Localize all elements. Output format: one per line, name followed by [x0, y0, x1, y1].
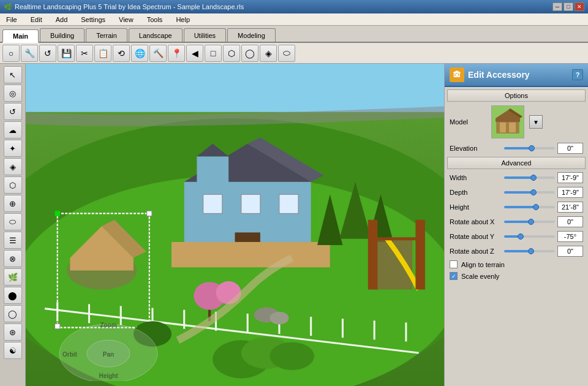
sidebar-btn-ring[interactable]: ◯	[4, 305, 22, 322]
tab-modeling[interactable]: Modeling	[227, 28, 276, 42]
depth-row: Depth 17'-9"	[445, 185, 588, 200]
tab-utilities[interactable]: Utilities	[184, 28, 226, 42]
toolbar-btn-hex[interactable]: ⬡	[223, 45, 240, 62]
toolbar-btn-circle[interactable]: ◯	[241, 45, 258, 62]
titlebar: 🌿 Realtime Landscaping Plus 5 Trial by I…	[0, 0, 588, 13]
viewport[interactable]: Zoom Orbit Pan Height	[26, 64, 444, 386]
depth-slider[interactable]	[504, 191, 555, 194]
tab-terrain[interactable]: Terrain	[86, 28, 127, 42]
panel-header: 🏚 Edit Accessory ?	[445, 64, 588, 87]
sidebar-btn-list[interactable]: ☰	[4, 232, 22, 249]
sidebar-btn-yin[interactable]: ☯	[4, 342, 22, 359]
minimize-button[interactable]: ─	[552, 2, 562, 11]
elevation-row: Elevation 0"	[445, 141, 588, 156]
toolbar-btn-cut[interactable]: ✂	[76, 45, 93, 62]
menu-view[interactable]: View	[115, 15, 137, 25]
svg-rect-31	[147, 211, 152, 216]
height-value[interactable]: 21'-8"	[557, 202, 583, 213]
sidebar-btn-cloud[interactable]: ☁	[4, 121, 22, 138]
toolbar-btn-hammer[interactable]: 🔨	[149, 45, 167, 62]
depth-value[interactable]: 17'-9"	[557, 187, 583, 198]
rotate-y-slider[interactable]	[504, 235, 555, 238]
tab-landscape[interactable]: Landscape	[129, 28, 183, 42]
tab-main[interactable]: Main	[2, 29, 39, 43]
svg-rect-12	[172, 242, 330, 267]
svg-rect-9	[241, 194, 260, 213]
elevation-value[interactable]: 0"	[557, 143, 583, 154]
sidebar-btn-rotate[interactable]: ↺	[4, 103, 22, 120]
advanced-label: Advanced	[447, 157, 586, 169]
rotate-x-value[interactable]: 0"	[557, 216, 583, 227]
scale-evenly-row: ✓ Scale evenly	[445, 270, 588, 282]
maximize-button[interactable]: □	[564, 2, 573, 11]
rotate-y-label: Rotate about Y	[450, 233, 502, 240]
height-slider-thumb	[533, 204, 539, 210]
right-panel: 🏚 Edit Accessory ? Options Model	[444, 64, 588, 386]
sidebar-btn-target[interactable]: ◎	[4, 85, 22, 102]
menu-help[interactable]: Help	[172, 15, 194, 25]
rotate-z-slider-thumb	[528, 248, 534, 254]
help-button[interactable]: ?	[572, 69, 583, 80]
sidebar-btn-cross[interactable]: ⊗	[4, 250, 22, 267]
sidebar-btn-dot[interactable]: ⬤	[4, 287, 22, 304]
sidebar-btn-star[interactable]: ✦	[4, 140, 22, 157]
elevation-label: Elevation	[450, 145, 502, 152]
rotate-y-value[interactable]: -75°	[557, 231, 583, 242]
elevation-slider[interactable]	[504, 147, 555, 149]
toolbar-btn-undo[interactable]: ⟲	[113, 45, 130, 62]
toolbar-btn-diamond[interactable]: ◈	[260, 45, 277, 62]
rotate-x-slider-thumb	[528, 219, 534, 225]
toolbar-btn-3[interactable]: ↺	[39, 45, 56, 62]
toolbar-btn-pin[interactable]: 📍	[168, 45, 185, 62]
panel-icon: 🏚	[450, 67, 464, 82]
menu-tools[interactable]: Tools	[143, 15, 167, 25]
width-slider[interactable]	[504, 176, 555, 179]
model-label: Model	[450, 118, 486, 126]
left-sidebar: ↖ ◎ ↺ ☁ ✦ ◈ ⬡ ⊕ ⬭ ☰ ⊗ 🌿 ⬤ ◯ ⊛ ☯	[0, 64, 26, 386]
svg-point-49	[270, 312, 288, 325]
app-icon: 🌿	[4, 3, 12, 11]
menu-add[interactable]: Add	[52, 15, 72, 25]
toolbar-btn-ellipse[interactable]: ⬭	[278, 45, 295, 62]
toolbar-btn-1[interactable]: ○	[2, 45, 20, 62]
rotate-z-row: Rotate about Z 0"	[445, 244, 588, 259]
height-label: Height	[450, 203, 502, 211]
rotate-y-row: Rotate about Y -75°	[445, 229, 588, 244]
sidebar-btn-ellipse[interactable]: ⬭	[4, 213, 22, 230]
sidebar-btn-diamond[interactable]: ◈	[4, 158, 22, 175]
rotate-x-slider[interactable]	[504, 221, 555, 223]
rotate-z-label: Rotate about Z	[450, 248, 502, 255]
toolbar-btn-globe[interactable]: 🌐	[131, 45, 148, 62]
toolbar-btn-back[interactable]: ◀	[186, 45, 203, 62]
rotate-y-slider-thumb	[518, 233, 524, 240]
menu-edit[interactable]: Edit	[27, 15, 46, 25]
toolbar: ○ 🔧 ↺ 💾 ✂ 📋 ⟲ 🌐 🔨 📍 ◀ □ ⬡ ◯ ◈ ⬭	[0, 43, 588, 64]
rotate-x-label: Rotate about X	[450, 218, 502, 225]
model-preview	[491, 105, 524, 138]
align-terrain-checkbox[interactable]	[450, 260, 458, 268]
scale-evenly-checkbox[interactable]: ✓	[450, 272, 458, 280]
toolbar-btn-copy[interactable]: 📋	[94, 45, 111, 62]
width-row: Width 17'-9"	[445, 170, 588, 185]
toolbar-btn-save[interactable]: 💾	[58, 45, 75, 62]
close-button[interactable]: ✕	[575, 2, 584, 11]
sidebar-btn-leaf[interactable]: 🌿	[4, 268, 22, 286]
height-row: Height 21'-8"	[445, 200, 588, 214]
height-slider[interactable]	[504, 206, 555, 208]
rotate-z-value[interactable]: 0"	[557, 246, 583, 257]
svg-rect-0	[26, 67, 444, 112]
toolbar-btn-rect[interactable]: □	[205, 45, 222, 62]
menu-settings[interactable]: Settings	[77, 15, 109, 25]
menu-file[interactable]: File	[2, 15, 21, 25]
sidebar-btn-hex[interactable]: ⬡	[4, 176, 22, 194]
sidebar-btn-asterisk[interactable]: ⊛	[4, 324, 22, 341]
toolbar-btn-2[interactable]: 🔧	[21, 45, 38, 62]
width-value[interactable]: 17'-9"	[557, 172, 583, 183]
sidebar-btn-add[interactable]: ⊕	[4, 195, 22, 212]
svg-text:Pan: Pan	[103, 351, 114, 358]
rotate-z-slider[interactable]	[504, 250, 555, 252]
tab-building[interactable]: Building	[40, 28, 85, 42]
elevation-slider-thumb	[529, 145, 535, 151]
sidebar-btn-select[interactable]: ↖	[4, 66, 22, 83]
model-dropdown[interactable]: ▼	[529, 115, 543, 129]
